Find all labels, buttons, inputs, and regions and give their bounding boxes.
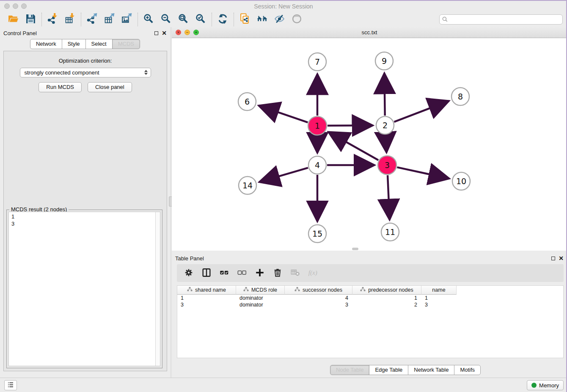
save-session-icon xyxy=(25,13,36,26)
export-network-button[interactable] xyxy=(83,13,101,26)
control-panel: Control Panel ✕ NetworkStyleSelectMCDS O… xyxy=(0,27,170,378)
zoom-fit-icon xyxy=(178,13,189,26)
delete-column-button[interactable] xyxy=(270,266,285,280)
column-header-mcds-role[interactable]: MCDS role xyxy=(236,286,285,295)
open-file-icon xyxy=(8,13,19,26)
function-builder-button: f(x) xyxy=(306,266,321,280)
zoom-fit-button[interactable] xyxy=(175,13,192,26)
criterion-dropdown[interactable]: strongly connected component xyxy=(20,68,151,77)
column-header-successor-nodes[interactable]: successor nodes xyxy=(285,286,352,295)
mcds-result-area[interactable]: 13 xyxy=(8,212,160,366)
table-close-panel-icon[interactable]: ✕ xyxy=(559,256,564,260)
import-network-button[interactable] xyxy=(44,13,61,26)
zoom-selected-button[interactable] xyxy=(192,13,209,26)
graph-edge-2-9[interactable] xyxy=(384,73,385,116)
table-tab-motifs[interactable]: Motifs xyxy=(454,365,481,375)
graph-edge-3-1[interactable] xyxy=(328,132,378,160)
select-all-columns-button[interactable] xyxy=(217,266,232,280)
node-table-header: shared nameMCDS rolesuccessor nodesprede… xyxy=(177,286,563,295)
graph-node-9[interactable]: 9 xyxy=(375,52,393,70)
memory-button[interactable]: Memory xyxy=(527,380,564,390)
graph-node-7[interactable]: 7 xyxy=(308,53,326,71)
sort-tree-icon xyxy=(243,287,249,293)
column-chooser-button[interactable] xyxy=(199,266,214,280)
first-neighbors-button[interactable] xyxy=(253,13,271,26)
float-panel-icon[interactable] xyxy=(154,31,158,35)
node-table-body: 1dominator4113dominator323 xyxy=(177,295,563,308)
table-tab-network-table[interactable]: Network Table xyxy=(408,365,454,375)
tab-style[interactable]: Style xyxy=(62,39,86,49)
svg-text:9: 9 xyxy=(382,56,387,66)
svg-text:7: 7 xyxy=(315,57,320,66)
search-input[interactable] xyxy=(439,14,563,25)
result-scrollbar[interactable] xyxy=(155,212,160,366)
tab-select[interactable]: Select xyxy=(85,39,113,49)
canvas-scrollbar-thumb[interactable] xyxy=(352,248,358,250)
clone-network-button[interactable] xyxy=(236,13,253,26)
network-minimize-button[interactable]: – xyxy=(184,30,190,35)
tab-network[interactable]: Network xyxy=(30,39,62,49)
table-cell: 1 xyxy=(352,295,421,301)
graph-node-3[interactable]: 3 xyxy=(378,156,396,174)
search-icon xyxy=(442,16,449,23)
export-image-button[interactable] xyxy=(118,13,135,26)
settings-gear-button[interactable] xyxy=(181,266,196,280)
column-header-shared-name[interactable]: shared name xyxy=(177,286,236,295)
table-float-panel-icon[interactable] xyxy=(551,257,555,260)
delete-table-icon xyxy=(290,268,300,279)
graph-edge-4-14[interactable] xyxy=(259,168,308,182)
window-zoom-button[interactable] xyxy=(21,3,27,9)
save-session-button[interactable] xyxy=(22,13,39,26)
sort-tree-icon xyxy=(295,287,300,293)
column-header-name[interactable]: name xyxy=(421,286,457,295)
window-close-button[interactable] xyxy=(4,3,10,9)
network-graph[interactable]: 7968124314101511 xyxy=(172,38,567,251)
refresh-layout-button[interactable] xyxy=(214,13,231,26)
graph-edge-3-11[interactable] xyxy=(388,175,390,220)
table-cell: 4 xyxy=(285,295,352,301)
graph-edge-1-2[interactable] xyxy=(328,125,373,126)
graph-node-8[interactable]: 8 xyxy=(451,88,469,105)
network-zoom-button[interactable]: + xyxy=(193,30,199,35)
graph-edge-3-10[interactable] xyxy=(397,167,449,179)
tab-mcds[interactable]: MCDS xyxy=(112,39,140,49)
column-header-predecessor-nodes[interactable]: predecessor nodes xyxy=(352,286,421,295)
column-header-label: successor nodes xyxy=(303,287,342,293)
close-panel-button[interactable]: Close panel xyxy=(88,82,132,92)
open-file-button[interactable] xyxy=(5,13,22,26)
zoom-out-button[interactable] xyxy=(157,13,175,26)
table-tab-edge-table[interactable]: Edge Table xyxy=(369,365,408,375)
zoom-in-button[interactable] xyxy=(140,13,157,26)
graph-node-14[interactable]: 14 xyxy=(239,177,256,194)
graph-node-1[interactable]: 1 xyxy=(308,116,327,135)
add-column-button[interactable] xyxy=(252,266,267,280)
window-controls xyxy=(4,3,27,9)
network-canvas[interactable]: 7968124314101511 xyxy=(172,38,567,251)
network-window-title: scc.txt xyxy=(172,27,567,38)
table-row[interactable]: 1dominator411 xyxy=(177,295,563,301)
task-history-button[interactable] xyxy=(4,380,17,390)
graph-node-6[interactable]: 6 xyxy=(238,93,256,110)
table-tab-node-table[interactable]: Node Table xyxy=(330,365,370,375)
graph-node-15[interactable]: 15 xyxy=(308,225,326,243)
application-window: Session: New Session Control Panel ✕ Net… xyxy=(0,0,567,392)
run-mcds-button[interactable]: Run MCDS xyxy=(39,82,82,92)
export-table-button[interactable] xyxy=(101,13,118,26)
graph-node-10[interactable]: 10 xyxy=(452,172,470,190)
graph-node-4[interactable]: 4 xyxy=(308,156,326,174)
column-header-label: name xyxy=(432,287,445,293)
mcds-result-line: 3 xyxy=(11,220,160,227)
close-panel-icon[interactable]: ✕ xyxy=(162,31,167,35)
graph-node-11[interactable]: 11 xyxy=(381,223,399,241)
network-close-button[interactable]: × xyxy=(176,30,181,35)
graph-edge-1-6[interactable] xyxy=(259,105,308,122)
graph-node-2[interactable]: 2 xyxy=(376,116,394,134)
graph-edge-2-8[interactable] xyxy=(394,101,449,121)
window-minimize-button[interactable] xyxy=(13,3,18,9)
function-builder-icon: f(x) xyxy=(308,268,318,279)
graph-edge-2-3[interactable] xyxy=(385,135,386,152)
import-table-button[interactable] xyxy=(61,13,79,26)
deselect-all-columns-button[interactable] xyxy=(234,266,250,280)
table-row[interactable]: 3dominator323 xyxy=(177,301,563,308)
hide-selected-button[interactable] xyxy=(271,13,288,26)
